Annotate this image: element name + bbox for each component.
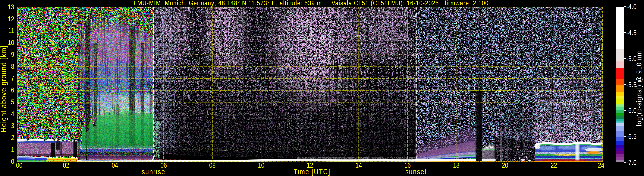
svg-text:5.: 5. xyxy=(11,98,16,106)
svg-text:10.: 10. xyxy=(8,39,16,46)
svg-text:log(rc-signal) @ 910 nm: log(rc-signal) @ 910 nm xyxy=(635,51,643,126)
svg-text:7.: 7. xyxy=(11,74,16,82)
svg-text:14: 14 xyxy=(356,162,362,169)
svg-text:11.: 11. xyxy=(8,27,16,34)
svg-text:LMU-MIM, Munich, Germany; 48.1: LMU-MIM, Munich, Germany; 48.148° N 11.5… xyxy=(134,0,489,7)
svg-text:8.: 8. xyxy=(11,62,16,70)
svg-text:sunset: sunset xyxy=(406,168,427,176)
svg-text:Time [UTC]: Time [UTC] xyxy=(294,168,330,176)
svg-text:6.: 6. xyxy=(11,86,16,94)
svg-text:sunrise: sunrise xyxy=(142,168,166,176)
svg-text:22: 22 xyxy=(551,162,557,169)
svg-text:-7.0: -7.0 xyxy=(626,158,637,167)
svg-text:08: 08 xyxy=(209,162,216,169)
svg-text:Height above ground [km]: Height above ground [km] xyxy=(0,45,8,132)
svg-text:24: 24 xyxy=(598,162,604,169)
svg-text:18: 18 xyxy=(453,162,460,169)
svg-text:9.: 9. xyxy=(11,51,16,58)
svg-text:2.: 2. xyxy=(11,134,16,142)
svg-text:00: 00 xyxy=(16,162,22,169)
svg-text:04: 04 xyxy=(112,162,118,169)
svg-text:13.: 13. xyxy=(8,3,16,11)
svg-text:02: 02 xyxy=(63,162,69,169)
svg-text:20: 20 xyxy=(502,162,508,169)
svg-text:-4.0: -4.0 xyxy=(626,2,637,11)
svg-text:1.: 1. xyxy=(11,146,16,153)
svg-text:10: 10 xyxy=(258,162,264,169)
svg-text:-6.5: -6.5 xyxy=(626,132,637,140)
svg-text:3.: 3. xyxy=(11,122,16,130)
svg-text:0.: 0. xyxy=(11,158,16,165)
svg-text:4.: 4. xyxy=(11,110,16,118)
svg-text:12.: 12. xyxy=(8,15,16,23)
svg-text:-4.5: -4.5 xyxy=(626,29,637,37)
